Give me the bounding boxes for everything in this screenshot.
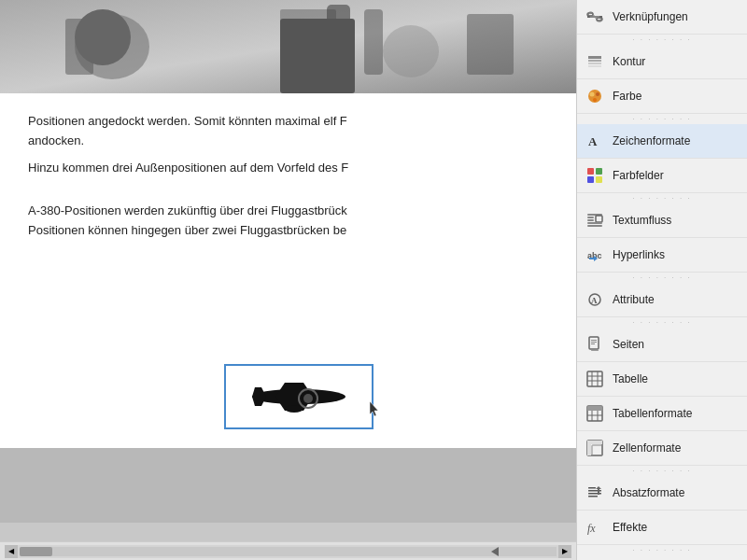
svg-rect-69 xyxy=(588,496,598,497)
svg-rect-48 xyxy=(591,340,597,341)
svg-rect-26 xyxy=(588,60,601,62)
bottom-scrollbar[interactable]: ◀ ▶ xyxy=(0,541,576,560)
sidebar-item-absatzformate[interactable]: Absatzformate xyxy=(577,476,747,511)
plane-image-box[interactable] xyxy=(224,364,374,429)
scroll-right-button[interactable]: ▶ xyxy=(558,545,571,558)
svg-point-4 xyxy=(383,25,439,77)
svg-rect-41 xyxy=(587,219,594,221)
svg-rect-28 xyxy=(588,65,601,67)
divider-7: · · · · · · · · xyxy=(577,545,747,555)
svg-rect-47 xyxy=(589,337,599,349)
sidebar-item-verknuepfungen[interactable]: Verknüpfungen xyxy=(577,0,747,35)
text-para-1: Positionen angedockt werden. Somit könnt… xyxy=(28,112,548,151)
svg-rect-39 xyxy=(587,217,594,218)
sidebar-item-label-kontur: Kontur xyxy=(613,55,645,68)
sidebar-item-label-seiten: Seiten xyxy=(613,338,644,351)
scroll-right-indicator xyxy=(491,547,500,556)
divider-2: · · · · · · · · xyxy=(577,114,747,124)
svg-text:fx: fx xyxy=(587,522,596,535)
svg-rect-58 xyxy=(587,406,602,411)
svg-rect-49 xyxy=(591,342,597,343)
scroll-left-button[interactable]: ◀ xyxy=(5,545,18,558)
svg-rect-34 xyxy=(587,168,594,175)
svg-rect-63 xyxy=(592,445,602,455)
sidebar-item-farbfelder[interactable]: Farbfelder xyxy=(577,159,747,193)
svg-rect-42 xyxy=(587,222,602,224)
attribute-icon: A xyxy=(585,289,605,310)
divider-6: · · · · · · · · xyxy=(577,466,747,476)
sidebar-item-zellenformate[interactable]: Zellenformate xyxy=(577,431,747,466)
svg-point-15 xyxy=(303,394,313,403)
sidebar-item-label-tabellenformate: Tabellenformate xyxy=(613,407,692,420)
sidebar-item-label-attribute: Attribute xyxy=(613,293,655,306)
svg-text:A: A xyxy=(588,134,598,148)
cursor-pointer xyxy=(370,401,381,418)
textumfluss-icon xyxy=(585,210,605,231)
sidebar-item-farbe[interactable]: Farbe xyxy=(577,79,747,114)
sidebar-item-label-farbfelder: Farbfelder xyxy=(613,169,664,182)
page-area: Positionen angedockt werden. Somit könnt… xyxy=(0,0,576,541)
svg-marker-16 xyxy=(491,547,499,556)
sidebar-item-tabellenformate[interactable]: Tabellenformate xyxy=(577,397,747,431)
sidebar-panel: Verknüpfungen · · · · · · · · Kontur Far… xyxy=(576,0,747,560)
kontur-icon xyxy=(585,51,605,72)
svg-point-30 xyxy=(590,92,595,97)
sidebar-item-label-verknuepfungen: Verknüpfungen xyxy=(613,10,688,23)
sidebar-item-label-textumfluss: Textumfluss xyxy=(613,214,671,227)
svg-rect-2 xyxy=(65,19,93,75)
svg-rect-6 xyxy=(327,5,350,75)
scroll-thumb-h[interactable] xyxy=(20,547,52,556)
sidebar-item-textumfluss[interactable]: Textumfluss xyxy=(577,203,747,238)
photo-strip xyxy=(0,0,576,93)
divider-1: · · · · · · · · xyxy=(577,35,747,45)
divider-5: · · · · · · · · xyxy=(577,317,747,328)
sidebar-item-effekte[interactable]: fx Effekte xyxy=(577,511,747,545)
farbfelder-icon xyxy=(585,165,605,186)
sidebar-item-label-effekte: Effekte xyxy=(613,521,647,534)
page-text: Positionen angedockt werden. Somit könnt… xyxy=(0,93,576,267)
sidebar-item-label-hyperlinks: Hyperlinks xyxy=(613,248,665,261)
text-para-2: Hinzu kommen drei Außenpositionen auf de… xyxy=(28,159,548,178)
svg-rect-25 xyxy=(588,56,601,59)
svg-point-13 xyxy=(285,405,303,413)
effekte-icon: fx xyxy=(585,517,605,538)
svg-rect-66 xyxy=(588,487,596,489)
sidebar-item-label-farbe: Farbe xyxy=(613,90,641,103)
sidebar-item-zeichenformate[interactable]: A Zeichenformate xyxy=(577,124,747,159)
sidebar-item-seiten[interactable]: Seiten xyxy=(577,328,747,362)
svg-rect-51 xyxy=(591,350,599,351)
divider-4: · · · · · · · · xyxy=(577,273,747,283)
svg-rect-7 xyxy=(364,9,383,75)
svg-rect-36 xyxy=(587,176,594,183)
tabelle-icon xyxy=(585,369,605,389)
sidebar-item-attribute[interactable]: A Attribute xyxy=(577,283,747,317)
svg-rect-40 xyxy=(596,216,602,222)
tabellenformate-icon xyxy=(585,403,605,424)
svg-rect-43 xyxy=(587,225,602,227)
sidebar-item-label-tabelle: Tabelle xyxy=(613,372,648,385)
svg-rect-5 xyxy=(467,14,514,75)
plane-svg xyxy=(238,373,359,420)
svg-rect-52 xyxy=(587,371,602,386)
svg-rect-3 xyxy=(280,9,336,84)
absatzformate-icon xyxy=(585,483,605,503)
divider-3: · · · · · · · · xyxy=(577,193,747,203)
sidebar-item-kontur[interactable]: Kontur xyxy=(577,45,747,79)
zellenformate-icon xyxy=(585,438,605,458)
svg-rect-35 xyxy=(596,168,602,175)
svg-point-32 xyxy=(593,98,597,102)
below-page-area xyxy=(0,448,576,523)
farbe-icon xyxy=(585,86,605,106)
page-white: Positionen angedockt werden. Somit könnt… xyxy=(0,0,576,476)
svg-text:A: A xyxy=(591,296,598,305)
sidebar-item-tabelle[interactable]: Tabelle xyxy=(577,362,747,397)
sidebar-item-hyperlinks[interactable]: abc Hyperlinks xyxy=(577,238,747,273)
zeichenformate-icon: A xyxy=(585,131,605,151)
svg-rect-27 xyxy=(588,63,601,64)
seiten-icon xyxy=(585,334,605,355)
sidebar-item-label-zeichenformate: Zeichenformate xyxy=(613,134,690,147)
hyperlinks-icon: abc xyxy=(585,245,605,265)
sidebar-item-verlauf[interactable]: Verlauf xyxy=(577,555,747,560)
svg-rect-65 xyxy=(587,441,602,444)
page-image-top xyxy=(0,0,576,93)
